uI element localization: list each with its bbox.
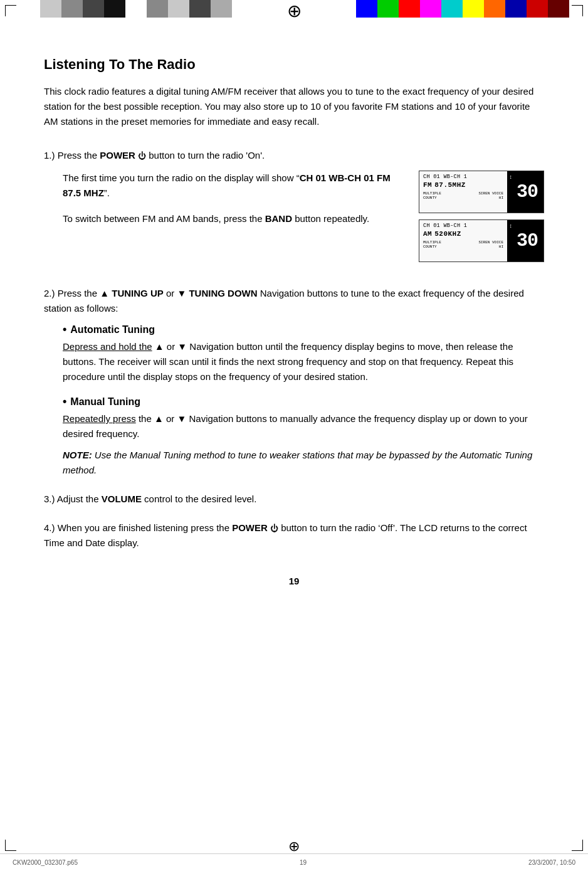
corner-mark-tr [572, 5, 583, 16]
footer-left: CKW2000_032307.p65 [13, 859, 78, 866]
step-1-sub1-prefix: The first time you turn the radio on the… [63, 172, 300, 183]
display2-label-right: SIREN VOICEHI [478, 240, 503, 249]
manual-tuning-heading: • Manual Tuning [63, 396, 544, 408]
radio-display-fm-labels: MULTIPLECOUNTY SIREN VOICEHI [423, 191, 503, 200]
note-body: Use the Manual Tuning method to tune to … [63, 450, 532, 475]
power-icon-1: ⏻ [138, 151, 146, 161]
radio-display-fm: CH 01 WB-CH 1 FM 87.5MHZ MULTIPLECOUNTY … [419, 171, 544, 213]
color-seg [125, 0, 147, 18]
manual-tuning-bullet: • [63, 396, 66, 407]
color-bar-right [356, 0, 569, 18]
color-seg-red [399, 0, 420, 18]
color-seg-yellow [463, 0, 484, 18]
radio-display-am-freq: AM 520KHZ [423, 230, 503, 238]
step-2-bold2: ▼ TUNING DOWN [177, 288, 257, 298]
display2-time: 30 [517, 230, 538, 251]
color-seg [40, 0, 61, 18]
step-1-sub1-suffix: ”. [104, 187, 110, 198]
step-2-bold1: ▲ TUNING UP [100, 288, 164, 298]
step-2-label: 2.) Press the ▲ TUNING UP or ▼ TUNING DO… [44, 286, 544, 316]
display2-freq: 520KHZ [434, 230, 461, 238]
power-icon-4: ⏻ [270, 524, 278, 533]
step-4-label: 4.) When you are finished listening pres… [44, 520, 544, 551]
corner-mark-tl [5, 5, 16, 16]
bottom-markers: ⊕ [0, 840, 588, 853]
color-seg [211, 0, 232, 18]
step-1-prefix: 1.) Press the [44, 150, 100, 161]
color-seg-maroon [548, 0, 569, 18]
color-seg-green [377, 0, 399, 18]
step-1-label: 1.) Press the POWER ⏻ button to turn the… [44, 148, 544, 163]
color-bar-left [19, 0, 232, 18]
radio-display-am: CH 01 WB-CH 1 AM 520KHZ MULTIPLECOUNTY S… [419, 219, 544, 262]
display1-label-right: SIREN VOICEHI [478, 191, 503, 200]
corner-mark-bl [5, 840, 16, 851]
radio-display-am-labels: MULTIPLECOUNTY SIREN VOICEHI [423, 240, 503, 249]
display2-band: AM [423, 230, 432, 238]
auto-tuning-underline: Depress and hold the [63, 341, 152, 352]
step-2-prefix: 2.) Press the [44, 288, 100, 298]
color-seg [19, 0, 40, 18]
display2-label-left: MULTIPLECOUNTY [423, 240, 441, 249]
display1-time: 30 [517, 181, 538, 203]
radio-displays: CH 01 WB-CH 1 FM 87.5MHZ MULTIPLECOUNTY … [419, 171, 544, 262]
radio-display-fm-freq: FM 87.5MHZ [423, 181, 503, 189]
color-seg-orange [484, 0, 505, 18]
note-bold: NOTE: [63, 450, 92, 460]
step-1-bold: POWER [100, 150, 135, 161]
auto-tuning-bullet: • [63, 324, 66, 335]
manual-tuning-title: Manual Tuning [70, 396, 140, 408]
step-1-suffix: button to turn the radio 'On'. [146, 150, 265, 161]
step-4: 4.) When you are finished listening pres… [44, 520, 544, 551]
color-seg-darkred [527, 0, 548, 18]
color-seg [189, 0, 211, 18]
color-seg-darkblue [505, 0, 527, 18]
display2-top-row: CH 01 WB-CH 1 [423, 223, 467, 229]
color-seg [61, 0, 83, 18]
auto-tuning-body: Depress and hold the ▲ or ▼ Navigation b… [63, 339, 544, 384]
radio-display-fm-top: CH 01 WB-CH 1 [423, 174, 503, 180]
step-2: 2.) Press the ▲ TUNING UP or ▼ TUNING DO… [44, 286, 544, 478]
page-number: 19 [44, 576, 544, 605]
manual-tuning-body: Repeatedly press the ▲ or ▼ Navigation b… [63, 411, 544, 441]
color-seg [168, 0, 189, 18]
display1-freq: 87.5MHZ [434, 181, 466, 189]
radio-display-am-inner: CH 01 WB-CH 1 AM 520KHZ MULTIPLECOUNTY S… [419, 220, 507, 261]
step-1-sub2-suffix: button repeatedly. [292, 213, 369, 224]
display1-top-row: CH 01 WB-CH 1 [423, 174, 467, 180]
step-2-mid: or [164, 288, 177, 298]
step-1: 1.) Press the POWER ⏻ button to turn the… [44, 148, 544, 272]
page-footer: CKW2000_032307.p65 19 23/3/2007, 10:50 [0, 853, 588, 871]
step-1-sub2-prefix: To switch between FM and AM bands, press… [63, 213, 265, 224]
auto-tuning-section: • Automatic Tuning Depress and hold the … [63, 324, 544, 384]
manual-tuning-section: • Manual Tuning Repeatedly press the ▲ o… [63, 396, 544, 478]
step-4-bold: POWER [232, 522, 268, 533]
step-3: 3.) Adjust the VOLUME control to the des… [44, 492, 544, 507]
time-arrow-up-1: ↕ [509, 175, 512, 181]
bottom-center-crosshair: ⊕ [288, 840, 300, 853]
radio-display-am-top: CH 01 WB-CH 1 [423, 223, 503, 229]
page-number-value: 19 [289, 576, 300, 586]
page-title: Listening To The Radio [44, 56, 544, 73]
color-seg [83, 0, 104, 18]
step-3-suffix: control to the desired level. [142, 494, 256, 504]
corner-mark-br [572, 840, 583, 851]
manual-tuning-underline: Repeatedly press [63, 413, 136, 424]
auto-tuning-title: Automatic Tuning [70, 324, 155, 335]
step-4-prefix: 4.) When you are finished listening pres… [44, 522, 232, 533]
step-1-sub2-bold: BAND [265, 213, 292, 224]
step-1-sub: CH 01 WB-CH 1 FM 87.5MHZ MULTIPLECOUNTY … [63, 171, 544, 272]
step-3-prefix: 3.) Adjust the [44, 494, 102, 504]
footer-center: 19 [300, 859, 307, 866]
time-arrow-up-2: ↕ [509, 224, 512, 230]
main-content: Listening To The Radio This clock radio … [0, 31, 588, 643]
step-3-label: 3.) Adjust the VOLUME control to the des… [44, 492, 544, 507]
display1-band: FM [423, 181, 432, 189]
auto-tuning-heading: • Automatic Tuning [63, 324, 544, 335]
display1-label-left: MULTIPLECOUNTY [423, 191, 441, 200]
color-seg [104, 0, 125, 18]
radio-display-fm-time: ↕ 30 [507, 171, 543, 213]
radio-display-fm-inner: CH 01 WB-CH 1 FM 87.5MHZ MULTIPLECOUNTY … [419, 171, 507, 213]
top-center-crosshair: ⊕ [287, 3, 302, 20]
footer-right: 23/3/2007, 10:50 [528, 859, 575, 866]
